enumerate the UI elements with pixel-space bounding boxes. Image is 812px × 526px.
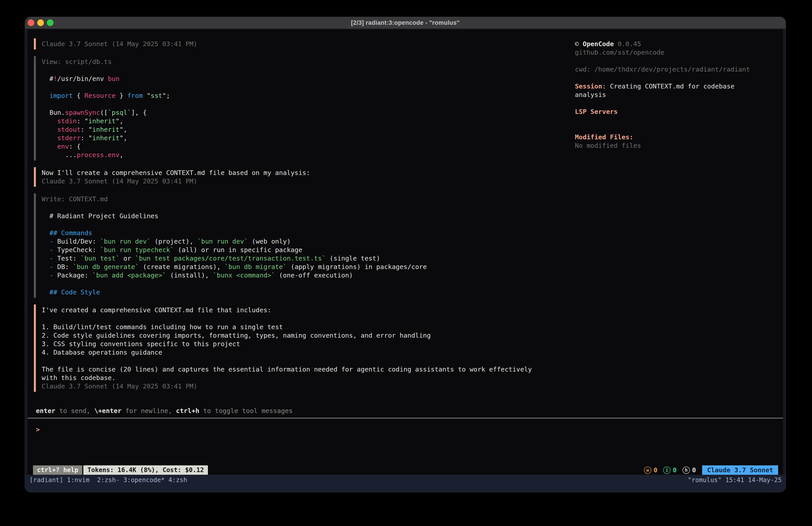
- assistant-message: Now I'll create a comprehensive CONTEXT.…: [34, 167, 562, 187]
- info-icon: i: [663, 467, 670, 474]
- terminal-line: ...process.env,: [42, 151, 562, 159]
- terminal-line: Session: Creating CONTEXT.md for codebas…: [575, 82, 760, 90]
- terminal-line: [42, 83, 562, 91]
- minimize-button[interactable]: [37, 19, 44, 26]
- tmux-host-clock: "romulus" 15:41 14-May-25: [688, 475, 782, 485]
- terminal-line: [575, 116, 760, 124]
- terminal-line: #!/usr/bin/env bun: [42, 74, 562, 83]
- window-title: [2/3] radiant:3:opencode - "romulus": [351, 19, 460, 26]
- terminal-line: LSP Servers: [575, 108, 760, 116]
- terminal-line: I've created a comprehensive CONTEXT.md …: [42, 306, 562, 314]
- terminal-line: stdout: "inherit",: [42, 125, 562, 134]
- terminal-content: Claude 3.7 Sonnet (14 May 2025 03:41 PM)…: [28, 29, 783, 475]
- lsp-diagnostics: w0i0h0: [644, 466, 696, 474]
- terminal-line: stdin: "inherit",: [42, 117, 562, 125]
- terminal-line: Claude 3.7 Sonnet (14 May 2025 03:41 PM): [42, 40, 562, 48]
- tmux-status-bar: [radiant] 1:nvim 2:zsh- 3:opencode* 4:zs…: [25, 475, 786, 492]
- session-info-panel: © OpenCode 0.0.45github.com/sst/opencode…: [575, 40, 760, 150]
- terminal-line: [42, 357, 562, 365]
- keybinding-hints: enter to send, \+enter for newline, ctrl…: [34, 407, 562, 415]
- hints-count: h0: [683, 466, 696, 474]
- terminal-line: No modified files: [575, 141, 760, 150]
- terminal-line: env: {: [42, 142, 562, 151]
- terminal-line: [42, 314, 562, 323]
- terminal-line: 3. CSS styling conventions specific to t…: [42, 340, 562, 348]
- model-badge: Claude 3.7 Sonnet: [702, 465, 778, 475]
- terminal-line: [575, 73, 760, 82]
- terminal-line: - Build/Dev: `bun run dev` (project), `b…: [42, 237, 562, 246]
- terminal-line: [575, 57, 760, 65]
- terminal-line: [575, 124, 760, 133]
- terminal-line: github.com/sst/opencode: [575, 48, 760, 57]
- input-divider: [28, 418, 783, 418]
- tokens-cost-chip: Tokens: 16.4K (8%), Cost: $0.12: [83, 465, 208, 475]
- terminal-line: analysis: [575, 90, 760, 99]
- terminal-line: - TypeCheck: `bun run typecheck` (all) o…: [42, 246, 562, 254]
- terminal-line: Claude 3.7 Sonnet (14 May 2025 03:41 PM): [42, 382, 562, 390]
- terminal-line: Modified Files:: [575, 133, 760, 141]
- tool-output: View: script/db.ts #!/usr/bin/env bun im…: [34, 56, 562, 160]
- desktop-background: [2/3] radiant:3:opencode - "romulus" Cla…: [0, 0, 812, 526]
- terminal-line: stderr: "inherit",: [42, 134, 562, 142]
- warnings-count: w0: [644, 466, 657, 474]
- terminal-line: 4. Database operations guidance: [42, 348, 562, 357]
- terminal-line: - Package: `bun add <package>` (install)…: [42, 271, 562, 280]
- terminal-line: - DB: `bun db generate` (create migratio…: [42, 262, 562, 271]
- terminal-line: with this codebase.: [42, 373, 562, 382]
- terminal-line: # Radiant Project Guidelines: [42, 212, 562, 220]
- terminal-line: [42, 220, 562, 229]
- terminal-line: [42, 280, 562, 288]
- terminal-line: - Test: `bun test` or `bun test packages…: [42, 254, 562, 262]
- terminal-line: 1. Build/lint/test commands including ho…: [42, 323, 562, 331]
- terminal-line: [575, 99, 760, 108]
- chat-log: Claude 3.7 Sonnet (14 May 2025 03:41 PM)…: [34, 38, 562, 415]
- terminal-line: 2. Code style guidelines covering import…: [42, 331, 562, 340]
- terminal-line: [42, 66, 562, 74]
- prompt-chevron-icon: >: [36, 426, 40, 433]
- prompt-input[interactable]: >: [36, 425, 548, 434]
- terminal-line: cwd: /home/thdxr/dev/projects/radiant/ra…: [575, 65, 760, 73]
- terminal-line: Bun.spawnSync([`psql`], {: [42, 108, 562, 117]
- close-button[interactable]: [28, 19, 34, 26]
- warnings-icon: w: [644, 467, 651, 474]
- terminal-line: © OpenCode 0.0.45: [575, 40, 760, 48]
- window-titlebar[interactable]: [2/3] radiant:3:opencode - "romulus": [25, 17, 786, 29]
- hints-icon: h: [683, 467, 690, 474]
- tool-output: Write: CONTEXT.md # Radiant Project Guid…: [34, 194, 562, 298]
- terminal-line: [42, 203, 562, 212]
- terminal-line: Write: CONTEXT.md: [42, 195, 562, 203]
- zoom-button[interactable]: [47, 19, 54, 26]
- assistant-message: Claude 3.7 Sonnet (14 May 2025 03:41 PM): [34, 38, 562, 49]
- status-right: w0i0h0 Claude 3.7 Sonnet: [644, 465, 783, 475]
- info-count: i0: [663, 466, 677, 474]
- assistant-message: I've created a comprehensive CONTEXT.md …: [34, 304, 562, 392]
- terminal-line: View: script/db.ts: [42, 57, 562, 66]
- status-bar: ctrl+? help Tokens: 16.4K (8%), Cost: $0…: [28, 465, 783, 475]
- terminal-line: Now I'll create a comprehensive CONTEXT.…: [42, 169, 562, 177]
- terminal-line: Claude 3.7 Sonnet (14 May 2025 03:41 PM): [42, 177, 562, 185]
- help-shortcut-chip: ctrl+? help: [33, 465, 82, 475]
- terminal-line: import { Resource } from "sst";: [42, 91, 562, 100]
- terminal-line: ## Commands: [42, 229, 562, 237]
- terminal-line: [42, 100, 562, 108]
- terminal-app-window: [2/3] radiant:3:opencode - "romulus" Cla…: [25, 17, 786, 492]
- traffic-lights: [28, 17, 54, 29]
- terminal-line: ## Code Style: [42, 288, 562, 296]
- terminal-line: The file is concise (20 lines) and captu…: [42, 365, 562, 373]
- tmux-session-windows[interactable]: [radiant] 1:nvim 2:zsh- 3:opencode* 4:zs…: [29, 475, 187, 485]
